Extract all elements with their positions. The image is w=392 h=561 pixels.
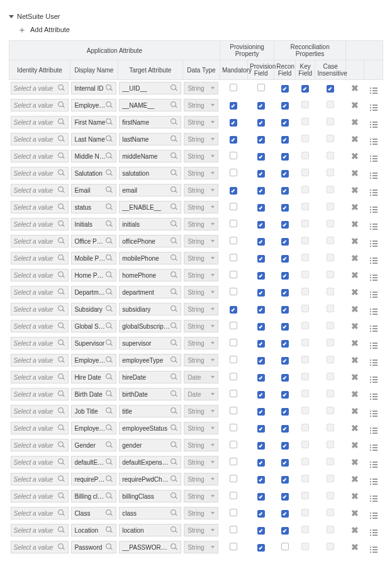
checkbox[interactable] [327,356,334,363]
identity-lookup[interactable]: Select a value [11,133,69,145]
search-icon[interactable] [171,101,178,109]
list-menu-icon[interactable] [370,411,378,417]
checkbox[interactable] [301,169,309,176]
checkbox[interactable] [230,526,237,533]
search-icon[interactable] [106,492,113,500]
checkbox[interactable] [257,425,265,433]
target-attr-lookup[interactable]: __PASSWORD__ [119,541,181,553]
checkbox[interactable] [281,136,289,144]
checkbox[interactable] [327,203,334,210]
display-name-lookup[interactable]: Department [71,286,116,298]
search-icon[interactable] [106,339,113,347]
checkbox[interactable] [301,85,309,93]
checkbox[interactable] [281,238,289,246]
delete-row-icon[interactable]: ✖ [351,474,359,484]
search-icon[interactable] [106,135,113,143]
search-icon[interactable] [171,220,178,228]
identity-lookup[interactable]: Select a value [11,490,69,502]
delete-row-icon[interactable]: ✖ [351,185,359,195]
list-menu-icon[interactable] [370,530,378,536]
list-menu-icon[interactable] [370,394,378,400]
identity-lookup[interactable]: Select a value [11,269,69,281]
checkbox[interactable] [257,340,265,348]
search-icon[interactable] [58,237,65,245]
datatype-select[interactable]: String [184,252,218,264]
list-menu-icon[interactable] [370,105,378,111]
checkbox[interactable] [257,510,265,518]
datatype-select[interactable]: String [184,337,218,349]
checkbox[interactable] [281,442,289,450]
search-icon[interactable] [58,322,65,330]
identity-lookup[interactable]: Select a value [11,388,69,400]
checkbox[interactable] [257,442,265,450]
display-name-lookup[interactable]: defaultExpenseR [71,456,116,468]
search-icon[interactable] [106,458,113,466]
checkbox[interactable] [257,102,265,110]
checkbox[interactable] [301,237,309,244]
checkbox[interactable] [230,424,237,431]
checkbox[interactable] [257,272,265,280]
checkbox[interactable] [257,170,265,178]
target-attr-lookup[interactable]: salutation [119,167,181,179]
search-icon[interactable] [58,390,65,398]
list-menu-icon[interactable] [370,88,378,94]
list-menu-icon[interactable] [370,122,378,128]
checkbox[interactable] [301,509,309,516]
checkbox[interactable] [301,322,309,329]
identity-lookup[interactable]: Select a value [11,218,69,230]
delete-row-icon[interactable]: ✖ [351,202,359,212]
checkbox[interactable] [301,339,309,346]
identity-lookup[interactable]: Select a value [11,439,69,451]
checkbox[interactable] [327,118,334,125]
identity-lookup[interactable]: Select a value [11,405,69,417]
search-icon[interactable] [171,475,178,483]
checkbox[interactable] [230,102,237,110]
target-attr-lookup[interactable]: mobilePhone [119,252,181,264]
checkbox[interactable] [281,357,289,365]
checkbox[interactable] [281,323,289,331]
checkbox[interactable] [301,220,309,227]
checkbox[interactable] [327,101,334,108]
checkbox[interactable] [301,254,309,261]
checkbox[interactable] [230,475,237,482]
search-icon[interactable] [171,84,178,92]
identity-lookup[interactable]: Select a value [11,286,69,298]
display-name-lookup[interactable]: Supervisor [71,337,116,349]
search-icon[interactable] [106,322,113,330]
list-menu-icon[interactable] [370,275,378,281]
search-icon[interactable] [171,543,178,551]
checkbox[interactable] [230,322,237,329]
target-attr-lookup[interactable]: department [119,286,181,298]
checkbox[interactable] [327,169,334,176]
checkbox[interactable] [301,543,309,550]
checkbox[interactable] [327,424,334,431]
search-icon[interactable] [58,356,65,364]
search-icon[interactable] [58,458,65,466]
display-name-lookup[interactable]: Subsidary [71,303,116,315]
list-menu-icon[interactable] [370,292,378,298]
search-icon[interactable] [106,186,113,194]
search-icon[interactable] [171,186,178,194]
checkbox[interactable] [327,458,334,465]
search-icon[interactable] [58,305,65,313]
identity-lookup[interactable]: Select a value [11,99,69,111]
checkbox[interactable] [281,459,289,467]
search-icon[interactable] [171,288,178,296]
list-menu-icon[interactable] [370,377,378,383]
search-icon[interactable] [106,203,113,211]
checkbox[interactable] [281,221,289,229]
checkbox[interactable] [327,390,334,397]
target-attr-lookup[interactable]: homePhone [119,269,181,281]
checkbox[interactable] [257,323,265,331]
checkbox[interactable] [281,391,289,399]
checkbox[interactable] [230,84,237,91]
checkbox[interactable] [230,509,237,516]
target-attr-lookup[interactable]: initials [119,218,181,230]
datatype-select[interactable]: String [184,150,218,162]
checkbox[interactable] [301,135,309,142]
checkbox[interactable] [281,543,289,550]
checkbox[interactable] [281,204,289,212]
list-menu-icon[interactable] [370,326,378,332]
search-icon[interactable] [106,220,113,228]
search-icon[interactable] [58,526,65,534]
